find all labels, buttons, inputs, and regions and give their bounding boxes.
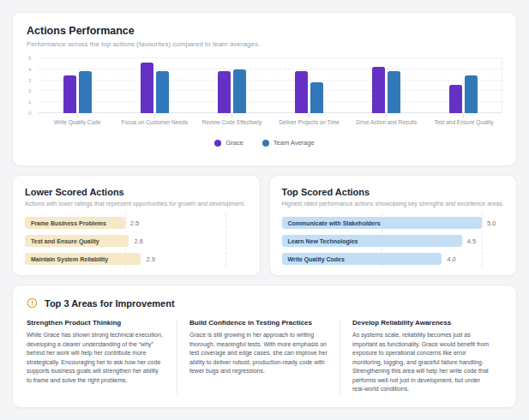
y-tick-label: 5 — [28, 56, 31, 61]
top-scored-bars: Communicate with Stakeholders5.0Learn Ne… — [282, 217, 483, 265]
bar-grace — [295, 71, 308, 113]
hbar: Learn New Technologies — [282, 235, 462, 247]
scored-actions-row: Lower Scored Actions Actions with lower … — [12, 175, 517, 276]
bar-group — [424, 58, 502, 113]
improvement-header: Top 3 Areas for Improvement — [27, 297, 502, 309]
v-gridline — [225, 213, 226, 267]
hbar-value: 4.0 — [447, 255, 455, 263]
lower-scored-title: Lower Scored Actions — [25, 187, 248, 197]
alert-circle-icon — [27, 297, 38, 309]
hbar-row: Frame Business Problems2.5 — [25, 217, 225, 229]
top-scored-subtitle: Highest rated performance actions showca… — [282, 201, 505, 207]
hbar-label: Learn New Technologies — [282, 238, 358, 244]
bar-grace — [372, 67, 385, 113]
y-tick-label: 2 — [28, 88, 31, 93]
page-container: Actions Performance Performance across t… — [12, 12, 517, 408]
x-axis-label: Write Quality Code — [39, 115, 116, 125]
bar-group — [193, 58, 270, 113]
hbar-value: 2.5 — [130, 219, 139, 227]
hbar-label: Maintain System Reliability — [25, 256, 108, 262]
hbar-value: 4.5 — [467, 237, 476, 245]
hbar-value: 5.0 — [487, 219, 496, 227]
y-tick-label: 1 — [28, 99, 31, 105]
bar-groups — [39, 58, 502, 113]
improvement-card: Top 3 Areas for Improvement Strengthen P… — [12, 285, 517, 408]
v-gridline — [482, 213, 483, 267]
x-axis-label: Focus on Customer Needs — [116, 115, 193, 125]
bar-group — [116, 58, 193, 113]
bar-grace — [449, 85, 462, 113]
performance-card-subtitle: Performance across the top actions (favo… — [27, 40, 502, 48]
bar-team-average — [156, 71, 169, 113]
performance-plot: 012345 — [39, 58, 502, 113]
y-tick-label: 4 — [28, 67, 31, 72]
bar-group — [270, 58, 347, 113]
hbar-row: Test and Ensure Quality2.6 — [25, 235, 225, 247]
legend-item: Team Average — [262, 139, 315, 147]
performance-card-title: Actions Performance — [27, 25, 502, 37]
top-scored-card: Top Scored Actions Highest rated perform… — [269, 175, 518, 276]
bar-team-average — [465, 75, 478, 113]
hbar: Maintain System Reliability — [25, 253, 141, 265]
hbar: Communicate with Stakeholders — [282, 217, 483, 229]
bar-grace — [141, 63, 153, 113]
actions-performance-card: Actions Performance Performance across t… — [12, 12, 517, 166]
lower-scored-bars: Frame Business Problems2.5Test and Ensur… — [25, 217, 225, 265]
improvement-item-body: While Grace has shown strong technical e… — [27, 331, 165, 385]
x-axis-label: Review Code Effectively — [193, 115, 270, 125]
x-axis-label: Drive Action and Results — [348, 115, 425, 125]
bar-team-average — [388, 71, 400, 113]
legend-dot — [262, 140, 269, 147]
hbar-label: Test and Ensure Quality — [25, 238, 99, 244]
performance-x-labels: Write Quality CodeFocus on Customer Need… — [39, 115, 502, 125]
hbar-value: 2.6 — [134, 237, 142, 245]
bar-grace — [218, 71, 231, 113]
improvement-columns: Strengthen Product Thinking While Grace … — [27, 319, 502, 394]
hbar: Write Quality Codes — [282, 253, 442, 265]
improvement-item-title: Develop Reliability Awareness — [352, 319, 490, 327]
performance-chart: 012345 Write Quality CodeFocus on Custom… — [27, 58, 502, 147]
improvement-column-3: Develop Reliability Awareness As systems… — [340, 319, 502, 394]
hbar-label: Frame Business Problems — [25, 220, 106, 226]
improvement-column-2: Build Confidence in Testing Practices Gr… — [177, 319, 340, 394]
improvement-item-title: Strengthen Product Thinking — [27, 319, 165, 327]
performance-legend: GraceTeam Average — [27, 139, 502, 147]
bar-grace — [63, 75, 76, 113]
legend-item: Grace — [214, 139, 243, 147]
bar-team-average — [79, 71, 92, 113]
hbar-row: Maintain System Reliability2.9 — [25, 253, 225, 265]
improvement-item-body: Grace is still growing in her approach t… — [189, 331, 328, 376]
bar-group — [39, 58, 116, 113]
x-axis-label: Test and Ensure Quality — [425, 115, 502, 125]
legend-label: Grace — [225, 139, 243, 147]
bar-group — [347, 58, 424, 113]
lower-scored-subtitle: Actions with lower ratings that represen… — [25, 201, 248, 207]
hbar-row: Learn New Technologies4.5 — [282, 235, 483, 247]
improvement-item-title: Build Confidence in Testing Practices — [189, 319, 328, 327]
improvement-column-1: Strengthen Product Thinking While Grace … — [27, 319, 177, 394]
hbar: Frame Business Problems — [25, 217, 125, 229]
x-axis-label: Deliver Projects on Time — [271, 115, 348, 125]
y-tick-label: 3 — [28, 78, 31, 83]
improvement-title: Top 3 Areas for Improvement — [45, 298, 175, 309]
bar-team-average — [310, 82, 323, 113]
bar-team-average — [233, 69, 246, 113]
hbar-label: Write Quality Codes — [282, 256, 345, 262]
hbar-label: Communicate with Stakeholders — [282, 220, 381, 226]
hbar: Test and Ensure Quality — [25, 235, 129, 247]
top-scored-title: Top Scored Actions — [282, 187, 505, 197]
legend-dot — [214, 140, 221, 147]
hbar-row: Communicate with Stakeholders5.0 — [282, 217, 483, 229]
legend-label: Team Average — [274, 139, 315, 147]
hbar-row: Write Quality Codes4.0 — [282, 253, 483, 265]
hbar-value: 2.9 — [146, 255, 154, 263]
y-tick-label: 0 — [28, 111, 31, 116]
improvement-item-body: As systems scale, reliability becomes ju… — [352, 331, 490, 394]
lower-scored-card: Lower Scored Actions Actions with lower … — [12, 175, 261, 276]
dashboard-page: { "colors": { "grace": "#6531c5", "team_… — [0, 0, 529, 420]
